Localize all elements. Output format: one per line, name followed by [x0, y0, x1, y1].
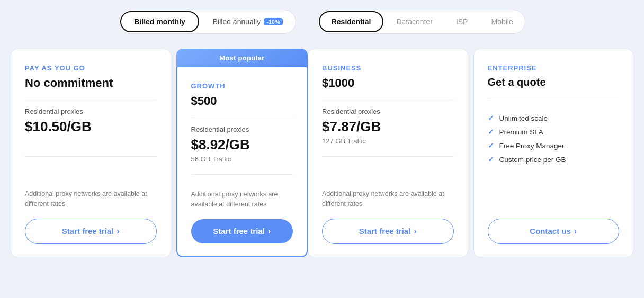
price-per-gb-payg: $10.50/GB: [25, 119, 157, 135]
plan-price-growth: $500: [191, 94, 293, 108]
divider: [488, 98, 620, 98]
price-per-gb-growth: $8.92/GB: [191, 137, 293, 153]
check-icon: ✓: [488, 155, 494, 164]
billing-annually-button[interactable]: Billed annually -10%: [200, 12, 296, 31]
price-per-gb-business: $7.87/GB: [322, 119, 454, 135]
plan-name-payg: PAY AS YOU GO: [25, 64, 157, 72]
card-enterprise: ENTERPRISE Get a quote ✓ Unlimited scale…: [473, 49, 634, 257]
card-pay-as-you-go: PAY AS YOU GO No commitment Residential …: [11, 49, 171, 257]
proxy-type-toggle: Residential Datacenter ISP Mobile: [317, 10, 525, 34]
feature-proxy-manager: ✓ Free Proxy Manager: [488, 139, 620, 152]
cta-growth-arrow: ›: [268, 227, 271, 236]
controls-bar: Billed monthly Billed annually -10% Resi…: [119, 10, 525, 34]
card-growth: GROWTH $500 Residential proxies $8.92/GB…: [176, 67, 308, 257]
feature-label: Unlimited scale: [499, 114, 548, 122]
cta-enterprise-label: Contact us: [530, 227, 571, 236]
feature-custom-price: ✓ Custom price per GB: [488, 152, 620, 166]
divider: [191, 118, 293, 118]
additional-note-payg: Additional proxy networks are available …: [25, 182, 157, 209]
check-icon: ✓: [488, 114, 494, 122]
cta-payg-arrow: ›: [117, 227, 119, 236]
traffic-payg: [25, 137, 157, 147]
check-icon: ✓: [488, 141, 494, 150]
pricing-cards: PAY AS YOU GO No commitment Residential …: [11, 49, 633, 257]
check-icon: ✓: [488, 128, 494, 136]
divider: [322, 156, 454, 157]
proxy-type-payg: Residential proxies: [25, 107, 157, 115]
cta-growth-label: Start free trial: [213, 227, 265, 236]
traffic-business: 127 GB Traffic: [322, 137, 454, 147]
plan-price-business: $1000: [322, 76, 454, 90]
additional-note-growth: Additional proxy networks are available …: [191, 182, 293, 210]
billing-toggle: Billed monthly Billed annually -10%: [119, 10, 296, 34]
cta-payg-label: Start free trial: [62, 227, 114, 236]
traffic-growth: 56 GB Traffic: [191, 155, 293, 165]
additional-note-business: Additional proxy networks are available …: [322, 182, 454, 209]
cta-growth[interactable]: Start free trial ›: [191, 219, 293, 243]
plan-price-payg: No commitment: [25, 76, 157, 90]
card-business: BUSINESS $1000 Residential proxies $7.87…: [308, 49, 468, 257]
feature-premium-sla: ✓ Premium SLA: [488, 125, 620, 139]
plan-name-growth: GROWTH: [191, 82, 293, 90]
proxy-isp-button[interactable]: ISP: [444, 12, 480, 31]
most-popular-banner: Most popular: [176, 49, 308, 67]
cta-business[interactable]: Start free trial ›: [322, 219, 454, 244]
card-growth-wrapper: Most popular GROWTH $500 Residential pro…: [176, 49, 308, 257]
plan-name-business: BUSINESS: [322, 64, 454, 72]
proxy-type-business: Residential proxies: [322, 107, 454, 115]
proxy-datacenter-button[interactable]: Datacenter: [384, 12, 444, 31]
feature-label: Premium SLA: [499, 128, 543, 136]
billing-annually-label: Billed annually: [213, 17, 261, 26]
cta-business-label: Start free trial: [359, 227, 411, 236]
proxy-mobile-button[interactable]: Mobile: [479, 12, 524, 31]
enterprise-features: ✓ Unlimited scale ✓ Premium SLA ✓ Free P…: [488, 111, 620, 166]
cta-enterprise-arrow: ›: [574, 227, 577, 236]
proxy-type-growth: Residential proxies: [191, 125, 293, 133]
proxy-residential-button[interactable]: Residential: [319, 11, 384, 32]
cta-business-arrow: ›: [414, 227, 416, 236]
feature-label: Custom price per GB: [499, 156, 566, 164]
cta-payg[interactable]: Start free trial ›: [25, 219, 157, 244]
billing-monthly-button[interactable]: Billed monthly: [120, 11, 199, 32]
plan-price-enterprise: Get a quote: [488, 76, 620, 88]
cta-enterprise[interactable]: Contact us ›: [488, 219, 620, 244]
divider: [322, 100, 454, 100]
plan-name-enterprise: ENTERPRISE: [488, 64, 620, 72]
feature-unlimited-scale: ✓ Unlimited scale: [488, 111, 620, 125]
divider: [191, 174, 293, 175]
feature-label: Free Proxy Manager: [499, 142, 565, 150]
divider: [25, 100, 157, 100]
divider: [25, 156, 157, 157]
discount-badge: -10%: [264, 18, 283, 25]
